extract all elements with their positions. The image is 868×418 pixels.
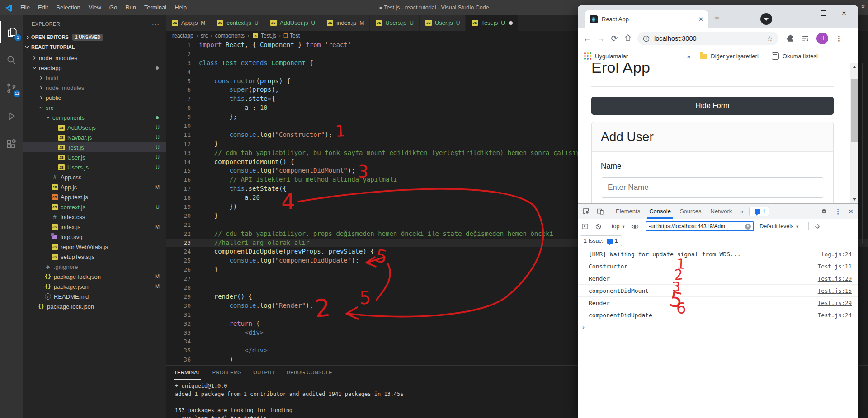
reload-icon[interactable]: ⟳ [608, 33, 621, 43]
console-source-link[interactable]: Test.js:11 [818, 263, 852, 270]
tree-item-app-js[interactable]: JSApp.jsM [23, 182, 166, 192]
live-expression-eye-icon[interactable] [631, 223, 639, 230]
menu-terminal[interactable]: Terminal [140, 0, 170, 15]
tree-item-navbar-js[interactable]: JSNavbar.jsU [23, 132, 166, 142]
menu-edit[interactable]: Edit [34, 0, 52, 15]
menu-go[interactable]: Go [105, 0, 121, 15]
tree-item-components[interactable]: components [23, 113, 166, 122]
back-icon[interactable]: ← [580, 34, 594, 43]
breadcrumb-item[interactable]: components [215, 33, 245, 39]
activity-run-debug[interactable] [0, 105, 23, 127]
bookmarks-overflow-icon[interactable]: » [687, 52, 690, 60]
menu-selection[interactable]: Selection [52, 0, 84, 15]
console-settings-icon[interactable] [814, 223, 821, 230]
tree-item-package-json[interactable]: {}package.jsonM [23, 282, 166, 291]
hide-form-button[interactable]: Hide Form [591, 97, 834, 115]
tree-item-user-js[interactable]: JSUser.jsU [23, 152, 166, 162]
devtools-tab-elements[interactable]: Elements [611, 204, 645, 219]
clear-console-icon[interactable] [595, 223, 602, 230]
devtools-tab-console[interactable]: Console [645, 204, 675, 219]
tree-item--gitignore[interactable]: ◆.gitignore [23, 262, 166, 272]
profile-chevron-icon[interactable] [760, 13, 772, 25]
tree-item-index-css[interactable]: #index.css [23, 212, 166, 222]
forward-icon[interactable]: → [594, 34, 608, 43]
breadcrumb-item[interactable]: src [201, 33, 208, 39]
editor-tab-adduser-js[interactable]: JSAddUser.jsU [264, 15, 321, 31]
tree-item-app-css[interactable]: #App.css [23, 172, 166, 182]
explorer-actions-icon[interactable]: ··· [152, 20, 160, 28]
page-scrollbar[interactable] [850, 63, 858, 203]
tree-item-test-js[interactable]: JSTest.jsU [23, 142, 166, 152]
tree-item-users-js[interactable]: JSUsers.jsU [23, 162, 166, 172]
tree-item-build[interactable]: build [23, 73, 166, 83]
activity-search[interactable] [0, 49, 23, 71]
console-sidebar-icon[interactable] [581, 223, 589, 230]
maximize-button[interactable] [813, 5, 834, 21]
editor-tab-test-js[interactable]: JSTest.jsU [466, 15, 519, 31]
editor-tab-index-js[interactable]: JSindex.jsM [321, 15, 370, 31]
open-editors-section[interactable]: OPEN EDITORS 1 UNSAVED [23, 32, 166, 42]
menu-help[interactable]: Help [170, 0, 191, 15]
media-controls-icon[interactable] [801, 34, 810, 43]
address-bar[interactable]: localhost:3000 ☆ [637, 32, 778, 45]
tree-item-reportwebvitals-js[interactable]: JSreportWebVitals.js [23, 242, 166, 252]
scroll-up-icon[interactable] [850, 63, 858, 71]
clear-filter-icon[interactable]: ✕ [745, 224, 751, 230]
devtools-menu-icon[interactable]: ⋮ [831, 207, 845, 216]
tree-item-logo-svg[interactable]: logo.svg [23, 232, 166, 242]
tree-item-setuptests-js[interactable]: JSsetupTests.js [23, 252, 166, 262]
menu-view[interactable]: View [85, 0, 105, 15]
bookmark-other[interactable]: Diğer yer işaretleri [711, 53, 758, 60]
editor-tab-context-js[interactable]: JScontext.jsU [211, 15, 264, 31]
console-source-link[interactable]: log.js:24 [821, 251, 852, 258]
more-tabs-icon[interactable]: » [740, 208, 743, 215]
devtools-tab-sources[interactable]: Sources [675, 204, 706, 219]
profile-avatar[interactable]: H [816, 33, 828, 44]
tree-item-src[interactable]: src [23, 103, 166, 113]
tree-item-app-test-js[interactable]: JSApp.test.js [23, 192, 166, 202]
extensions-icon[interactable] [786, 34, 795, 43]
panel-tab-terminal[interactable]: TERMINAL [174, 366, 201, 380]
tree-item-context-js[interactable]: JScontext.jsU [23, 202, 166, 212]
menu-run[interactable]: Run [121, 0, 140, 15]
tree-item-readme-md[interactable]: iREADME.md [23, 291, 166, 301]
browser-menu-icon[interactable]: ⋮ [832, 34, 846, 42]
editor-tab-app-js[interactable]: JSApp.jsM [166, 15, 211, 31]
console-source-link[interactable]: Test.js:29 [818, 300, 852, 306]
devtools-settings-icon[interactable] [820, 207, 828, 215]
tree-item-reactapp[interactable]: reactapp [23, 63, 166, 73]
vscode-close-icon[interactable]: ✕ [861, 4, 865, 10]
breadcrumb-item[interactable]: Test.js [261, 33, 276, 39]
site-info-icon[interactable] [643, 35, 650, 42]
tree-item-index-js[interactable]: JSindex.jsM [23, 222, 166, 232]
activity-source-control[interactable]: 11 [0, 77, 23, 99]
tree-item-node-modules[interactable]: node_modules [23, 53, 166, 63]
home-icon[interactable] [621, 33, 635, 44]
editor-tab-users-js[interactable]: JSUsers.jsU [370, 15, 420, 31]
bookmark-star-icon[interactable]: ☆ [767, 34, 773, 43]
bookmark-apps[interactable]: Uygulamalar [595, 53, 628, 60]
minimize-button[interactable]: — [790, 5, 811, 21]
console-source-link[interactable]: Test.js:24 [818, 312, 852, 319]
panel-tab-debug-console[interactable]: DEBUG CONSOLE [287, 366, 332, 379]
panel-tab-problems[interactable]: PROBLEMS [212, 366, 241, 379]
tab-close-icon[interactable]: ✕ [698, 16, 703, 23]
name-input[interactable] [601, 177, 824, 198]
issues-chip[interactable]: 1 Issue: 1 [580, 235, 622, 246]
activity-explorer[interactable]: 1 [0, 21, 24, 43]
apps-grid-icon[interactable] [584, 52, 591, 60]
console-prompt[interactable]: › [578, 321, 858, 333]
scroll-down-icon[interactable] [850, 196, 858, 203]
tree-item-package-lock-json[interactable]: {}package-lock.json [23, 301, 166, 311]
tree-item-package-lock-json[interactable]: {}package-lock.jsonM [23, 272, 166, 282]
issues-counter-chip[interactable]: 1 [749, 207, 769, 216]
inspect-element-icon[interactable] [582, 207, 590, 215]
scrollbar-thumb[interactable] [851, 79, 858, 142]
breadcrumb-item[interactable]: Test [290, 33, 300, 39]
tree-item-adduser-js[interactable]: JSAddUser.jsU [23, 122, 166, 132]
log-levels-selector[interactable]: Default levels▼ [760, 223, 799, 230]
device-toolbar-icon[interactable] [596, 207, 604, 215]
bookmark-reading-list[interactable]: Okuma listesi [783, 53, 818, 60]
browser-tab[interactable]: React App ✕ [585, 10, 708, 28]
tree-item-node-modules[interactable]: node_modules [23, 83, 166, 93]
